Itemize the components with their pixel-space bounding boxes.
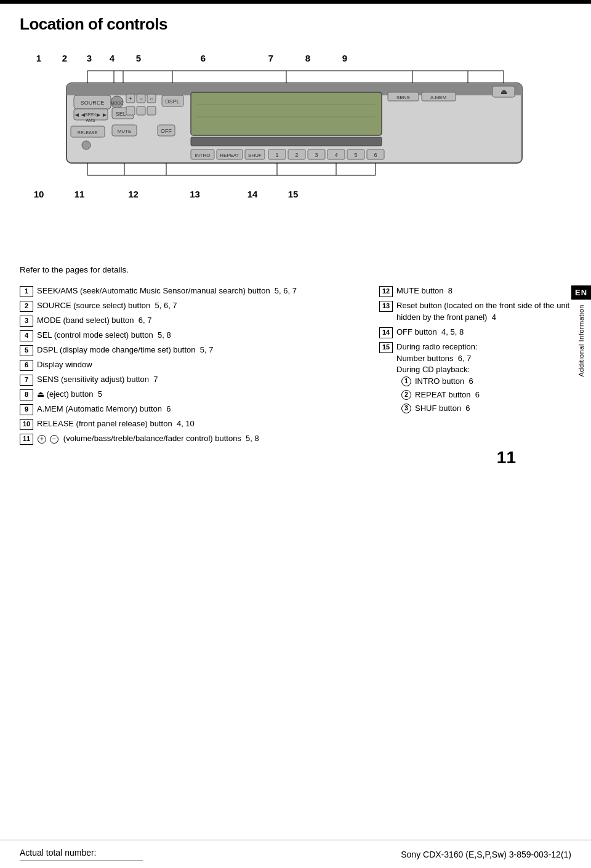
control-num-9: 9 [20,404,33,415]
control-num-6: 6 [20,360,33,371]
diag-num-15: 15 [275,189,312,199]
control-text-1: SEEK/AMS (seek/Automatic Music Sensor/ma… [37,285,297,297]
diag-num-8: 8 [289,53,326,63]
svg-rect-21 [137,106,145,115]
sub-num-2: 2 [401,390,411,400]
diag-num-7: 7 [252,53,289,63]
svg-text:MUTE: MUTE [118,129,132,134]
svg-rect-22 [147,106,156,115]
control-item-11: 11 + − (volume/bass/treble/balance/fader… [20,433,360,445]
controls-right: 12 MUTE button 8 13 Reset button (locate… [374,285,571,448]
control-item-14: 14 OFF button 4, 5, 8 [379,327,571,338]
control-text-13: Reset button (located on the front side … [396,300,571,324]
device-illustration: SOURCE MODE + ○ ○ SEEK AMS ◄◄ ►► [20,65,571,188]
diagram-numbers-top: 1 2 3 4 5 6 7 8 9 [20,45,571,63]
control-num-13: 13 [379,301,393,312]
control-item-5: 5 DSPL (display mode change/time set) bu… [20,344,360,356]
sub-text-2: REPEAT button 6 [415,389,480,401]
sub-text-3: SHUF button 6 [415,403,470,415]
diag-num-10: 10 [26,189,52,199]
sub-item-2: 2 REPEAT button 6 [401,389,480,401]
svg-text:DSPL: DSPL [165,98,180,105]
control-item-8: 8 ⏏ (eject) button 5 [20,389,360,400]
control-num-10: 10 [20,419,33,430]
svg-text:⏏: ⏏ [501,87,507,96]
diag-num-11: 11 [52,189,107,199]
svg-text:3: 3 [315,152,318,158]
en-rotated-label: Additional Information [577,305,585,376]
footer-left: Actual total number: [20,848,143,861]
svg-text:○: ○ [150,95,153,102]
control-item-7: 7 SENS (sensitivity adjust) button 7 [20,374,360,386]
control-text-5: DSPL (display mode change/time set) butt… [37,344,213,356]
svg-text:MODE: MODE [111,101,124,105]
control-num-7: 7 [20,375,33,386]
main-content: Location of controls 1 2 3 4 5 6 7 8 9 [0,4,591,504]
control-item-6: 6 Display window [20,359,360,371]
plus-icon: + [38,435,46,444]
footer-right-text: Sony CDX-3160 (E,S,P,Sw) 3-859-003-12(1) [401,850,571,859]
control-num-12: 12 [379,286,393,297]
diag-num-9: 9 [326,53,363,63]
svg-text:REPEAT: REPEAT [220,153,239,158]
controls-area: 1 SEEK/AMS (seek/Automatic Music Sensor/… [20,285,571,448]
control-text-6: Display window [37,359,92,371]
page-title: Location of controls [20,15,571,34]
control-num-4: 4 [20,330,33,341]
footer-right: Sony CDX-3160 (E,S,P,Sw) 3-859-003-12(1) [401,850,571,859]
refer-text: Refer to the pages for details. [20,265,571,274]
page-number: 11 [0,448,516,468]
svg-text:OFF: OFF [161,128,172,134]
control-text-9: A.MEM (Automatic Memory) button 6 [37,404,171,415]
minus-icon: − [50,435,58,444]
svg-text:○: ○ [139,95,143,102]
control-text-11: + − (volume/bass/treble/balance/fader co… [37,433,259,445]
control-num-2: 2 [20,301,33,312]
svg-point-59 [82,141,90,149]
right-panel: 12 MUTE button 8 13 Reset button (locate… [379,285,571,416]
sub-num-1: 1 [401,376,411,386]
svg-text:6: 6 [374,152,377,158]
svg-text:SHUF: SHUF [248,153,262,158]
control-item-10: 10 RELEASE (front panel release) button … [20,418,360,430]
svg-text:AMS: AMS [86,118,95,122]
sub-num-3: 3 [401,404,411,413]
sub-text-1: INTRO button 6 [415,376,473,388]
svg-text:1: 1 [275,152,278,158]
control-num-1: 1 [20,286,33,297]
control-item-12: 12 MUTE button 8 [379,285,571,297]
diag-num-14: 14 [230,189,275,199]
control-num-15: 15 [379,342,393,353]
svg-text:◄◄: ◄◄ [74,111,86,118]
svg-rect-28 [191,137,382,146]
device-diagram: 1 2 3 4 5 6 7 8 9 SOURCE MODE [20,45,571,254]
diag-num-4: 4 [101,53,123,63]
svg-text:4: 4 [334,152,337,158]
svg-text:RELEASE: RELEASE [78,130,98,135]
control-text-15-radio: During radio reception:Number buttons 6,… [396,341,478,376]
control-text-4: SEL (control mode select) button 5, 8 [37,330,171,341]
svg-rect-20 [126,106,135,115]
control-item-13: 13 Reset button (located on the front si… [379,300,571,324]
control-item-1: 1 SEEK/AMS (seek/Automatic Music Sensor/… [20,285,360,297]
control-item-9: 9 A.MEM (Automatic Memory) button 6 [20,404,360,415]
control-text-7: SENS (sensitivity adjust) button 7 [37,374,158,386]
control-num-14: 14 [379,327,393,338]
controls-left: 1 SEEK/AMS (seek/Automatic Music Sensor/… [20,285,374,448]
control-text-10: RELEASE (front panel release) button 4, … [37,418,195,430]
control-text-12: MUTE button 8 [396,285,452,297]
control-text-3: MODE (band select) button 6, 7 [37,315,151,327]
en-badge: EN [571,285,591,300]
svg-text:2: 2 [295,152,298,158]
control-num-5: 5 [20,345,33,356]
sub-item-3: 3 SHUF button 6 [401,403,480,415]
control-item-15: 15 During radio reception:Number buttons… [379,341,571,416]
svg-text:SEEK: SEEK [85,113,97,117]
footer: Actual total number: Sony CDX-3160 (E,S,… [0,840,591,868]
svg-text:5: 5 [354,152,357,158]
diag-num-6: 6 [154,53,252,63]
svg-text:A.MEM: A.MEM [430,95,447,100]
control-text-8: ⏏ (eject) button 5 [37,389,102,400]
diag-num-1: 1 [26,53,52,63]
control-num-8: 8 [20,389,33,400]
